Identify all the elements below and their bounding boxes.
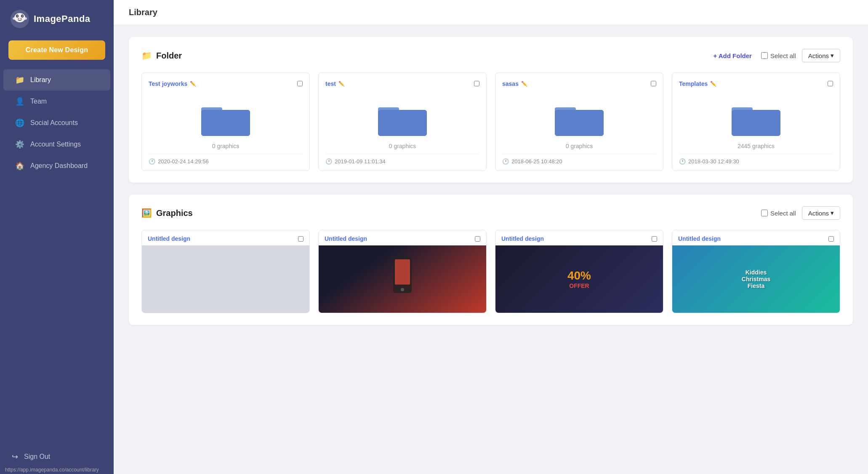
folder-card[interactable]: test ✏️ 0 graphics xyxy=(318,72,487,171)
sidebar-item-account-settings[interactable]: ⚙️ Account Settings xyxy=(3,134,110,155)
clock-icon-0: 🕐 xyxy=(149,158,155,165)
graphic-card-0[interactable]: Untitled design xyxy=(141,230,310,313)
folder-grid: Test joyworks ✏️ 0 xyxy=(141,72,840,171)
content-area: 📁 Folder + Add Folder Select all Actions… xyxy=(114,25,868,474)
graphics-actions-button[interactable]: Actions ▾ xyxy=(802,206,840,220)
edit-icon-1[interactable]: ✏️ xyxy=(338,81,345,87)
sidebar-item-label-team: Team xyxy=(30,98,47,105)
folder-actions-chevron-icon: ▾ xyxy=(831,52,834,59)
graphic-checkbox-2[interactable] xyxy=(652,236,657,242)
clock-icon-2: 🕐 xyxy=(502,158,509,165)
svg-point-6 xyxy=(18,18,19,19)
sidebar-item-label-social: Social Accounts xyxy=(30,119,78,127)
graphics-actions-chevron-icon: ▾ xyxy=(831,209,834,217)
svg-rect-18 xyxy=(555,110,604,136)
graphic-name-3: Untitled design xyxy=(678,235,721,242)
graphics-section-header: 🖼️ Graphics Select all Actions ▾ xyxy=(141,206,840,220)
folder-select-all-label[interactable]: Select all xyxy=(761,52,796,59)
sign-out-item[interactable]: ↪ Sign Out xyxy=(0,446,114,467)
graphic-checkbox-1[interactable] xyxy=(475,236,480,242)
add-folder-button[interactable]: + Add Folder xyxy=(710,51,755,61)
edit-icon-3[interactable]: ✏️ xyxy=(710,81,716,87)
svg-point-4 xyxy=(17,16,18,16)
folder-section: 📁 Folder + Add Folder Select all Actions… xyxy=(129,37,853,183)
graphic-card-2[interactable]: Untitled design 40% OFFER xyxy=(495,230,663,313)
logo-text: ImagePanda xyxy=(34,13,91,24)
sign-out-label: Sign Out xyxy=(24,453,50,461)
folder-svg-1 xyxy=(377,101,428,138)
svg-rect-12 xyxy=(201,110,250,136)
graphic-checkbox-0[interactable] xyxy=(298,236,304,242)
folder-name-2: sasas xyxy=(502,80,519,87)
graphics-select-all-text: Select all xyxy=(770,210,796,217)
graphics-actions-label: Actions xyxy=(808,210,829,217)
create-new-design-button[interactable]: Create New Design xyxy=(8,40,105,60)
graphics-select-all-checkbox[interactable] xyxy=(761,210,768,216)
edit-icon-0[interactable]: ✏️ xyxy=(190,81,196,87)
graphic-thumbnail-0 xyxy=(142,245,309,313)
main-content: Library 📁 Folder + Add Folder Select all… xyxy=(114,0,868,474)
folder-count-0: 0 graphics xyxy=(149,143,303,149)
folder-actions-button[interactable]: Actions ▾ xyxy=(802,49,840,62)
sidebar-item-library[interactable]: 📁 Library xyxy=(3,69,110,91)
folder-date-1: 2019-01-09 11:01:34 xyxy=(335,158,386,165)
folder-name-3: Templates xyxy=(679,80,708,87)
folder-checkbox-1[interactable] xyxy=(474,81,479,86)
folder-date-3: 2018-03-30 12:49:30 xyxy=(688,158,739,165)
graphic-name-2: Untitled design xyxy=(501,235,544,242)
folder-date-0: 2020-02-24 14:29:56 xyxy=(158,158,209,165)
graphic-checkbox-3[interactable] xyxy=(828,236,834,242)
graphic-name-0: Untitled design xyxy=(148,235,190,242)
folder-checkbox-0[interactable] xyxy=(297,81,303,86)
svg-point-5 xyxy=(22,16,23,16)
folder-select-all-text: Select all xyxy=(770,52,796,59)
svg-point-8 xyxy=(13,17,16,20)
account-settings-icon: ⚙️ xyxy=(15,140,24,149)
svg-point-9 xyxy=(24,17,27,20)
folder-actions-label: Actions xyxy=(808,52,829,59)
sidebar-item-social-accounts[interactable]: 🌐 Social Accounts xyxy=(3,112,110,133)
sign-out-icon: ↪ xyxy=(12,452,18,461)
status-bar: https://app.imagepanda.co/account/librar… xyxy=(0,466,114,474)
folder-card[interactable]: Test joyworks ✏️ 0 xyxy=(141,72,310,171)
folder-name-0: Test joyworks xyxy=(149,80,187,87)
sidebar-item-agency-dashboard[interactable]: 🏠 Agency Dashboard xyxy=(3,155,110,176)
graphics-select-all-label[interactable]: Select all xyxy=(761,210,796,217)
folder-date-2: 2018-06-25 10:48:20 xyxy=(511,158,562,165)
folder-name-1: test xyxy=(325,80,336,87)
edit-icon-2[interactable]: ✏️ xyxy=(521,81,527,87)
svg-point-1 xyxy=(14,13,25,22)
folder-select-all-checkbox[interactable] xyxy=(761,52,768,59)
graphic-thumbnail-2: 40% OFFER xyxy=(495,245,663,313)
topbar: Library xyxy=(114,0,868,25)
svg-rect-21 xyxy=(732,110,780,136)
folder-card[interactable]: sasas ✏️ 0 graphic xyxy=(495,72,663,171)
graphic-card-3[interactable]: Untitled design KiddiesChristmasFiesta xyxy=(672,230,840,313)
folder-count-2: 0 graphics xyxy=(502,143,656,149)
graphics-grid: Untitled design Untitled design xyxy=(141,230,840,313)
nav-items: 📁 Library 👤 Team 🌐 Social Accounts ⚙️ Ac… xyxy=(0,69,114,177)
graphic-card-1[interactable]: Untitled design xyxy=(318,230,487,313)
graphics-section-title-text: Graphics xyxy=(156,208,193,218)
svg-point-24 xyxy=(401,288,404,291)
folder-count-3: 2445 graphics xyxy=(679,143,833,149)
graphics-section-actions: Select all Actions ▾ xyxy=(761,206,840,220)
library-icon: 📁 xyxy=(15,75,24,85)
graphics-section-icon: 🖼️ xyxy=(141,208,152,218)
folder-svg-2 xyxy=(554,101,604,138)
svg-rect-15 xyxy=(378,110,427,136)
folder-checkbox-2[interactable] xyxy=(651,81,656,86)
sidebar-item-label-settings: Account Settings xyxy=(30,141,81,148)
folder-count-1: 0 graphics xyxy=(325,143,479,149)
folder-checkbox-3[interactable] xyxy=(828,81,833,86)
graphics-section-title: 🖼️ Graphics xyxy=(141,208,761,218)
phone-graphic-icon xyxy=(390,256,415,302)
clock-icon-3: 🕐 xyxy=(679,158,686,165)
folder-card[interactable]: Templates ✏️ 2445 xyxy=(672,72,840,171)
graphic-name-1: Untitled design xyxy=(325,235,367,242)
folder-section-icon: 📁 xyxy=(141,51,152,61)
folder-section-title: 📁 Folder xyxy=(141,51,710,61)
page-title: Library xyxy=(129,8,157,17)
svg-point-7 xyxy=(20,18,22,19)
sidebar-item-team[interactable]: 👤 Team xyxy=(3,91,110,112)
